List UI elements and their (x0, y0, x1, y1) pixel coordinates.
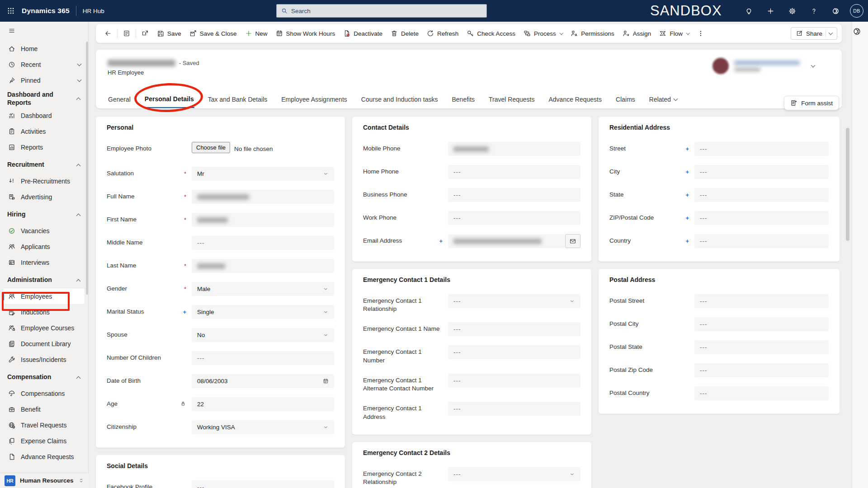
tab-claims[interactable]: Claims (615, 91, 636, 108)
full-name-input[interactable] (192, 190, 334, 204)
sidebar-scrollbar[interactable] (86, 42, 88, 295)
command-arrow-left[interactable] (100, 27, 116, 40)
settings-gear-icon[interactable] (783, 0, 801, 22)
tab-advance-requests[interactable]: Advance Requests (548, 91, 602, 108)
gender-select[interactable]: Male (192, 282, 334, 296)
sidebar-item-reports[interactable]: Reports (0, 139, 85, 155)
sidebar-item-advance-requests[interactable]: Advance Requests (0, 449, 85, 465)
form-assist-button[interactable]: Form assist (784, 96, 839, 110)
sidebar-group-dashboard-and-reports[interactable]: Dashboard and Reports (0, 88, 85, 108)
dynamics-sphere-icon[interactable] (826, 0, 844, 22)
sidebar-group-hiring[interactable]: Hiring (0, 205, 85, 223)
sidebar-item-interviews[interactable]: Interviews (0, 254, 85, 270)
mobile-phone-input[interactable] (448, 142, 580, 156)
date-of-birth-input[interactable]: 08/06/2003 (192, 374, 334, 388)
lightbulb-icon[interactable] (740, 0, 758, 22)
home-phone-input[interactable]: --- (448, 165, 580, 179)
sidebar-item-travel-requests[interactable]: Travel Requests (0, 417, 85, 433)
postal-zip-code-input[interactable]: --- (694, 363, 829, 377)
choose-file-button[interactable]: Choose file (192, 142, 230, 153)
work-phone-input[interactable]: --- (448, 211, 580, 225)
sidebar-item-employees[interactable]: Employees (3, 288, 85, 304)
tab-general[interactable]: General (108, 91, 131, 108)
dynamics-sphere-icon[interactable] (852, 27, 861, 36)
command-assign[interactable]: Assign (618, 27, 656, 40)
age-input[interactable]: 22 (192, 397, 334, 411)
email-icon-button[interactable] (565, 234, 580, 248)
sidebar-item-activities[interactable]: Activities (0, 123, 85, 139)
emergency-contact-2-relationship-select[interactable]: --- (448, 467, 580, 481)
sidebar-group-recruitment[interactable]: Recruitment (0, 155, 85, 173)
command-delete[interactable]: Delete (387, 27, 423, 40)
add-icon[interactable] (761, 0, 779, 22)
emergency-contact-1-relationship-select[interactable]: --- (448, 294, 580, 308)
main-scrollbar[interactable] (846, 128, 849, 241)
command-save-close[interactable]: Save & Close (185, 27, 241, 40)
emergency-contact-1-address-input[interactable]: --- (448, 402, 580, 416)
emergency-contact-1-alternate-contact-number-input[interactable]: --- (448, 374, 580, 388)
country-input[interactable]: --- (694, 234, 829, 248)
facebook-profile-input[interactable]: --- (192, 480, 334, 488)
salutation-select[interactable]: Mr (192, 167, 334, 181)
sidebar-item-pinned[interactable]: Pinned (0, 72, 85, 88)
hamburger-menu-icon[interactable] (2, 22, 22, 40)
command-list[interactable] (119, 27, 134, 40)
sidebar-item-dashboard[interactable]: Dashboard (0, 108, 85, 123)
postal-city-input[interactable]: --- (694, 317, 829, 331)
tab-travel-requests[interactable]: Travel Requests (488, 91, 535, 108)
user-avatar[interactable]: DB (850, 4, 863, 18)
command-permissions[interactable]: Permissions (566, 27, 618, 40)
sidebar-item-document-library[interactable]: Document Library (0, 336, 85, 352)
command-check-access[interactable]: Check Access (462, 27, 519, 40)
sidebar-group-administration[interactable]: Administration (0, 270, 85, 288)
sidebar-item-issues-incidents[interactable]: Issues/Incidents (0, 352, 85, 367)
sidebar-item-benefit[interactable]: Benefit (0, 401, 85, 417)
command-more-v[interactable] (693, 27, 708, 40)
app-brand[interactable]: Dynamics 365 (22, 7, 70, 15)
command-process[interactable]: Process (519, 27, 566, 40)
sidebar-item-advertising[interactable]: Advertising (0, 189, 85, 205)
sidebar-item-expense-claims[interactable]: Expense Claims (0, 433, 85, 449)
first-name-input[interactable] (192, 213, 334, 227)
chevron-down-icon[interactable] (811, 63, 816, 68)
help-icon[interactable] (805, 0, 823, 22)
zip-postal-code-input[interactable]: --- (694, 211, 829, 225)
city-input[interactable]: --- (694, 165, 829, 179)
last-name-input[interactable] (192, 259, 334, 273)
business-phone-input[interactable]: --- (448, 188, 580, 202)
spouse-select[interactable]: No (192, 328, 334, 342)
sidebar-item-applicants[interactable]: Applicants (0, 239, 85, 254)
sidebar-item-compensations[interactable]: Compensations (0, 385, 85, 401)
street-input[interactable]: --- (694, 142, 829, 156)
tab-employee-assignments[interactable]: Employee Assignments (281, 91, 348, 108)
command-deactivate[interactable]: Deactivate (339, 27, 387, 40)
middle-name-input[interactable]: --- (192, 236, 334, 250)
sidebar-item-home[interactable]: Home (0, 41, 85, 56)
number-of-children-input[interactable]: --- (192, 351, 334, 365)
sidebar-item-inductions[interactable]: Inductions (0, 304, 85, 320)
state-input[interactable]: --- (694, 188, 829, 202)
emergency-contact-1-name-input[interactable]: --- (448, 322, 580, 336)
sidebar-footer[interactable]: HR Human Resources (0, 473, 89, 488)
command-refresh[interactable]: Refresh (423, 27, 462, 40)
command-show-work-hours[interactable]: Show Work Hours (272, 27, 340, 40)
command-flow[interactable]: Flow (655, 27, 693, 40)
tab-tax-and-bank-details[interactable]: Tax and Bank Details (208, 91, 268, 108)
command-new[interactable]: New (241, 27, 272, 40)
sidebar-item-employee-courses[interactable]: Employee Courses (0, 320, 85, 336)
emergency-contact-1-number-input[interactable]: --- (448, 345, 580, 359)
sidebar-item-vacancies[interactable]: Vacancies (0, 223, 85, 239)
marital-status-select[interactable]: Single (192, 305, 334, 319)
tab-personal-details[interactable]: Personal Details (144, 91, 194, 108)
search-input[interactable]: Search (276, 4, 487, 18)
tab-related[interactable]: Related (649, 91, 678, 108)
command-popout[interactable] (137, 27, 153, 40)
citizenship-select[interactable]: Working VISA (192, 420, 334, 434)
postal-street-input[interactable]: --- (694, 294, 829, 308)
sidebar-group-compensation[interactable]: Compensation (0, 367, 85, 385)
postal-country-input[interactable]: --- (694, 386, 829, 400)
sidebar-item-recent[interactable]: Recent (0, 56, 85, 72)
tab-course-and-induction-tasks[interactable]: Course and Induction tasks (361, 91, 439, 108)
record-owner[interactable] (712, 58, 815, 74)
email-address-input[interactable] (448, 234, 565, 248)
